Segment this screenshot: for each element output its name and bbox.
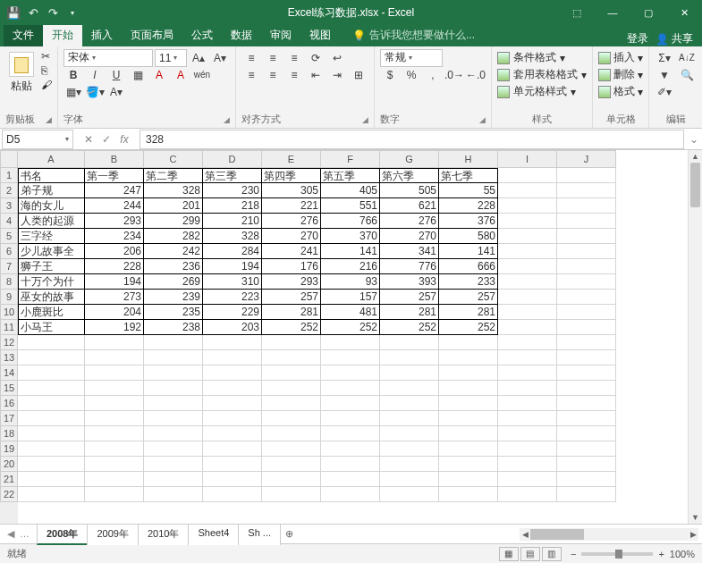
cell-G11[interactable]: 252 [380,320,439,335]
qat-customize-icon[interactable]: ▾ [64,4,80,21]
comma-icon[interactable]: , [423,66,443,84]
align-bottom-icon[interactable]: ≡ [284,49,304,67]
cell-G3[interactable]: 621 [380,198,439,214]
column-header-C[interactable]: C [144,150,203,168]
cell-F1[interactable]: 第五季 [321,168,380,183]
border-button[interactable]: ▦ [128,66,148,84]
cell-B14[interactable] [85,365,144,381]
cell-H19[interactable] [439,441,498,457]
scroll-thumb[interactable] [690,163,700,207]
cancel-formula-icon[interactable]: ✕ [80,133,97,146]
cell-J16[interactable] [557,396,616,411]
row-header-6[interactable]: 6 [0,244,18,259]
cell-J20[interactable] [557,457,616,472]
cell-F10[interactable]: 481 [321,305,380,320]
row-header-15[interactable]: 15 [0,381,18,396]
cell-C10[interactable]: 235 [144,305,203,320]
row-header-21[interactable]: 21 [0,472,18,487]
cell-C9[interactable]: 239 [144,290,203,305]
cell-F22[interactable] [321,487,380,502]
cell-G21[interactable] [380,472,439,487]
cell-I5[interactable] [498,229,557,244]
cell-F20[interactable] [321,457,380,472]
cell-G4[interactable]: 276 [380,214,439,229]
cell-H5[interactable]: 580 [439,229,498,244]
clipboard-launcher-icon[interactable]: ◢ [46,115,52,124]
zoom-level[interactable]: 100% [670,549,695,559]
cell-I8[interactable] [498,274,557,290]
column-header-H[interactable]: H [439,150,498,168]
cell-I22[interactable] [498,487,557,502]
cell-D11[interactable]: 203 [203,320,262,335]
cell-B10[interactable]: 204 [85,305,144,320]
cell-B11[interactable]: 192 [85,320,144,335]
cell-D1[interactable]: 第三季 [203,168,262,183]
row-header-10[interactable]: 10 [0,305,18,320]
find-icon[interactable]: 🔍 [677,66,697,84]
decrease-indent-icon[interactable]: ⇤ [306,66,326,84]
cell-E18[interactable] [262,426,321,441]
cell-A6[interactable]: 少儿故事全 [18,244,85,259]
column-header-J[interactable]: J [557,150,616,168]
cell-A4[interactable]: 人类的起源 [18,214,85,229]
decrease-decimal-icon[interactable]: ←.0 [466,66,486,84]
increase-decimal-icon[interactable]: .0→ [444,66,464,84]
cell-J12[interactable] [557,335,616,350]
row-header-22[interactable]: 22 [0,487,18,502]
name-box[interactable]: D5▾ [2,130,73,149]
cell-J22[interactable] [557,487,616,502]
cell-G12[interactable] [380,335,439,350]
cell-I15[interactable] [498,381,557,396]
cell-I19[interactable] [498,441,557,457]
merge-cells-icon[interactable]: ⊞ [349,66,368,84]
cell-D10[interactable]: 229 [203,305,262,320]
cell-E5[interactable]: 270 [262,229,321,244]
cell-I20[interactable] [498,457,557,472]
cell-F4[interactable]: 766 [321,214,380,229]
row-header-3[interactable]: 3 [0,198,18,214]
cell-J10[interactable] [557,305,616,320]
sort-filter-icon[interactable]: A↓Z [677,49,697,67]
cell-E15[interactable] [262,381,321,396]
cell-J4[interactable] [557,214,616,229]
cell-C3[interactable]: 201 [144,198,203,214]
cell-D19[interactable] [203,441,262,457]
cell-D15[interactable] [203,381,262,396]
scroll-down-icon[interactable]: ▼ [689,511,702,524]
ribbon-options-icon[interactable]: ⬚ [559,0,595,25]
cell-A9[interactable]: 巫女的故事 [18,290,85,305]
cell-B21[interactable] [85,472,144,487]
cell-J19[interactable] [557,441,616,457]
cell-C15[interactable] [144,381,203,396]
cell-J13[interactable] [557,350,616,365]
cell-D7[interactable]: 194 [203,259,262,274]
cell-A10[interactable]: 小鹿斑比 [18,305,85,320]
cell-C13[interactable] [144,350,203,365]
format-cells-button[interactable]: 格式 ▾ [598,84,643,99]
cell-I6[interactable] [498,244,557,259]
tab-file[interactable]: 文件 [4,24,43,46]
cell-B5[interactable]: 234 [85,229,144,244]
hscroll-thumb[interactable] [530,529,584,540]
cell-C8[interactable]: 269 [144,274,203,290]
cut-button[interactable]: ✂ [41,50,52,63]
cell-I18[interactable] [498,426,557,441]
normal-view-icon[interactable]: ▦ [499,547,519,561]
sheet-tab-1[interactable]: 2009年 [87,524,138,545]
cell-A17[interactable] [18,411,85,426]
cell-A12[interactable] [18,335,85,350]
cell-F14[interactable] [321,365,380,381]
cell-A18[interactable] [18,426,85,441]
save-icon[interactable]: 💾 [5,4,21,21]
zoom-out-icon[interactable]: − [571,549,576,559]
cell-I2[interactable] [498,183,557,198]
font-size-dropdown[interactable]: 11▾ [155,49,187,67]
cell-J21[interactable] [557,472,616,487]
cell-H4[interactable]: 376 [439,214,498,229]
cell-A16[interactable] [18,396,85,411]
cell-H18[interactable] [439,426,498,441]
cell-G5[interactable]: 270 [380,229,439,244]
cell-F12[interactable] [321,335,380,350]
cell-J1[interactable] [557,168,616,183]
cell-C19[interactable] [144,441,203,457]
